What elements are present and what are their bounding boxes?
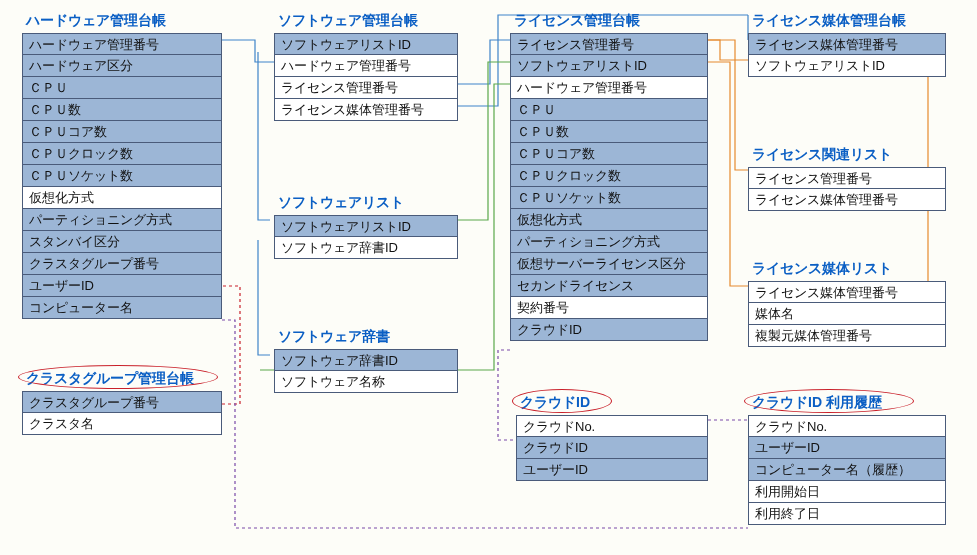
field-row: 仮想化方式 xyxy=(22,187,222,209)
field-row: ライセンス管理番号 xyxy=(274,77,458,99)
field-row: クラウドID xyxy=(516,437,708,459)
field-row: ハードウェア管理番号 xyxy=(22,33,222,55)
field-row: 仮想化方式 xyxy=(510,209,708,231)
field-row: ＣＰＵ数 xyxy=(510,121,708,143)
entity-fields: ライセンス媒体管理番号媒体名複製元媒体管理番号 xyxy=(748,281,946,347)
entity-cloud-id-history: クラウドID 利用履歴 クラウドNo.ユーザーIDコンピューター名（履歴）利用開… xyxy=(748,392,946,525)
field-row: ソフトウェアリストID xyxy=(748,55,946,77)
field-row: ＣＰＵ数 xyxy=(22,99,222,121)
field-row: ライセンス管理番号 xyxy=(748,167,946,189)
entity-title: ソフトウェア管理台帳 xyxy=(274,10,458,33)
entity-software-list: ソフトウェアリスト ソフトウェアリストIDソフトウェア辞書ID xyxy=(274,192,458,259)
field-row: ＣＰＵ xyxy=(510,99,708,121)
field-row: クラスタグループ番号 xyxy=(22,253,222,275)
field-row: コンピューター名 xyxy=(22,297,222,319)
field-row: クラウドNo. xyxy=(748,415,946,437)
field-row: スタンバイ区分 xyxy=(22,231,222,253)
entity-software-ledger: ソフトウェア管理台帳 ソフトウェアリストIDハードウェア管理番号ライセンス管理番… xyxy=(274,10,458,121)
field-row: ＣＰＵソケット数 xyxy=(22,165,222,187)
field-row: ライセンス媒体管理番号 xyxy=(748,281,946,303)
entity-fields: ライセンス管理番号ライセンス媒体管理番号 xyxy=(748,167,946,211)
entity-license-ledger: ライセンス管理台帳 ライセンス管理番号ソフトウェアリストIDハードウェア管理番号… xyxy=(510,10,708,341)
entity-license-media-list: ライセンス媒体リスト ライセンス媒体管理番号媒体名複製元媒体管理番号 xyxy=(748,258,946,347)
field-row: パーティショニング方式 xyxy=(510,231,708,253)
entity-title: クラウドID 利用履歴 xyxy=(748,392,946,415)
entity-title: クラウドID xyxy=(516,392,708,415)
entity-license-media-ledger: ライセンス媒体管理台帳 ライセンス媒体管理番号ソフトウェアリストID xyxy=(748,10,946,77)
field-row: 利用終了日 xyxy=(748,503,946,525)
entity-title: ライセンス関連リスト xyxy=(748,144,946,167)
entity-fields: クラウドNo.ユーザーIDコンピューター名（履歴）利用開始日利用終了日 xyxy=(748,415,946,525)
entity-title: ライセンス管理台帳 xyxy=(510,10,708,33)
field-row: ＣＰＵクロック数 xyxy=(22,143,222,165)
entity-title: クラスタグループ管理台帳 xyxy=(22,368,222,391)
field-row: ＣＰＵコア数 xyxy=(22,121,222,143)
field-row: パーティショニング方式 xyxy=(22,209,222,231)
field-row: ハードウェア管理番号 xyxy=(274,55,458,77)
field-row: セカンドライセンス xyxy=(510,275,708,297)
field-row: クラウドNo. xyxy=(516,415,708,437)
field-row: クラスタグループ番号 xyxy=(22,391,222,413)
field-row: クラウドID xyxy=(510,319,708,341)
entity-hardware-ledger: ハードウェア管理台帳 ハードウェア管理番号ハードウェア区分ＣＰＵＣＰＵ数ＣＰＵコ… xyxy=(22,10,222,319)
entity-fields: ソフトウェアリストIDハードウェア管理番号ライセンス管理番号ライセンス媒体管理番… xyxy=(274,33,458,121)
field-row: ＣＰＵ xyxy=(22,77,222,99)
entity-fields: ハードウェア管理番号ハードウェア区分ＣＰＵＣＰＵ数ＣＰＵコア数ＣＰＵクロック数Ｃ… xyxy=(22,33,222,319)
entity-cluster-group: クラスタグループ管理台帳 クラスタグループ番号クラスタ名 xyxy=(22,368,222,435)
field-row: ＣＰＵソケット数 xyxy=(510,187,708,209)
field-row: 契約番号 xyxy=(510,297,708,319)
field-row: ソフトウェア辞書ID xyxy=(274,349,458,371)
field-row: 媒体名 xyxy=(748,303,946,325)
field-row: ソフトウェアリストID xyxy=(274,33,458,55)
entity-cloud-id: クラウドID クラウドNo.クラウドIDユーザーID xyxy=(516,392,708,481)
entity-title: ソフトウェア辞書 xyxy=(274,326,458,349)
field-row: コンピューター名（履歴） xyxy=(748,459,946,481)
entity-fields: クラウドNo.クラウドIDユーザーID xyxy=(516,415,708,481)
entity-fields: クラスタグループ番号クラスタ名 xyxy=(22,391,222,435)
field-row: ソフトウェアリストID xyxy=(274,215,458,237)
field-row: 複製元媒体管理番号 xyxy=(748,325,946,347)
entity-title: ライセンス媒体リスト xyxy=(748,258,946,281)
entity-title: ライセンス媒体管理台帳 xyxy=(748,10,946,33)
entity-software-dict: ソフトウェア辞書 ソフトウェア辞書IDソフトウェア名称 xyxy=(274,326,458,393)
field-row: ソフトウェア名称 xyxy=(274,371,458,393)
field-row: ソフトウェア辞書ID xyxy=(274,237,458,259)
field-row: ユーザーID xyxy=(748,437,946,459)
field-row: ライセンス媒体管理番号 xyxy=(274,99,458,121)
entity-license-related-list: ライセンス関連リスト ライセンス管理番号ライセンス媒体管理番号 xyxy=(748,144,946,211)
entity-fields: ソフトウェア辞書IDソフトウェア名称 xyxy=(274,349,458,393)
field-row: ライセンス媒体管理番号 xyxy=(748,33,946,55)
field-row: 仮想サーバーライセンス区分 xyxy=(510,253,708,275)
field-row: ユーザーID xyxy=(516,459,708,481)
field-row: ハードウェア区分 xyxy=(22,55,222,77)
entity-title: ハードウェア管理台帳 xyxy=(22,10,222,33)
entity-fields: ライセンス管理番号ソフトウェアリストIDハードウェア管理番号ＣＰＵＣＰＵ数ＣＰＵ… xyxy=(510,33,708,341)
field-row: 利用開始日 xyxy=(748,481,946,503)
field-row: ライセンス媒体管理番号 xyxy=(748,189,946,211)
field-row: ＣＰＵクロック数 xyxy=(510,165,708,187)
field-row: ユーザーID xyxy=(22,275,222,297)
entity-fields: ソフトウェアリストIDソフトウェア辞書ID xyxy=(274,215,458,259)
field-row: ソフトウェアリストID xyxy=(510,55,708,77)
entity-fields: ライセンス媒体管理番号ソフトウェアリストID xyxy=(748,33,946,77)
field-row: ＣＰＵコア数 xyxy=(510,143,708,165)
field-row: ライセンス管理番号 xyxy=(510,33,708,55)
field-row: ハードウェア管理番号 xyxy=(510,77,708,99)
field-row: クラスタ名 xyxy=(22,413,222,435)
entity-title: ソフトウェアリスト xyxy=(274,192,458,215)
